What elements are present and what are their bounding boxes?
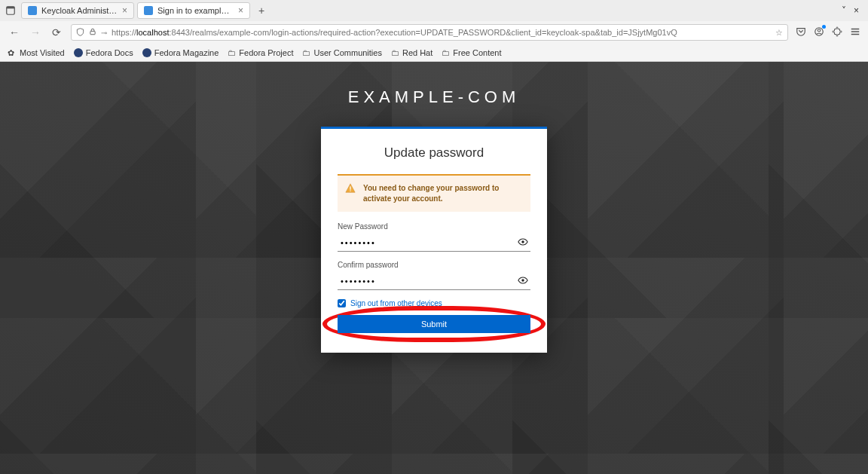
browser-chrome: Keycloak Administration C × Sign in to e…: [0, 0, 868, 62]
forward-button[interactable]: →: [29, 26, 42, 39]
svg-rect-5: [350, 186, 350, 189]
realm-title: EXAMPLE-COM: [0, 62, 868, 127]
tab-signin[interactable]: Sign in to example-com ×: [137, 2, 250, 19]
bookmark-label: User Communities: [313, 48, 381, 57]
window-close-icon[interactable]: ×: [854, 5, 859, 16]
svg-point-8: [521, 279, 524, 282]
connection-icon[interactable]: ⊸: [101, 29, 107, 37]
tab-keycloak-admin[interactable]: Keycloak Administration C ×: [21, 2, 134, 19]
bookmark-fedora-docs[interactable]: Fedora Docs: [74, 48, 133, 57]
bookmark-label: Free Content: [453, 48, 501, 57]
alert-text: You need to change your password to acti…: [363, 184, 499, 203]
chevron-down-icon[interactable]: ˅: [842, 5, 846, 16]
bookmark-fedora-magazine[interactable]: Fedora Magazine: [142, 48, 219, 57]
warning-icon: [345, 183, 356, 194]
lock-icon[interactable]: [89, 28, 96, 37]
tab-title: Sign in to example-com: [157, 6, 234, 15]
bookmark-red-hat[interactable]: 🗀Red Hat: [391, 48, 432, 57]
extensions-icon[interactable]: [832, 26, 842, 39]
eye-icon[interactable]: [517, 236, 529, 248]
confirm-password-input[interactable]: [338, 272, 530, 290]
signout-checkbox[interactable]: [338, 299, 346, 307]
tab-favicon: [144, 6, 153, 15]
url-text: https://localhost:8443/realms/example-co…: [112, 28, 677, 37]
submit-button[interactable]: Submit: [338, 315, 530, 333]
svg-rect-2: [90, 31, 95, 34]
close-icon[interactable]: ×: [122, 5, 127, 16]
login-card: Update password You need to change your …: [321, 127, 547, 353]
close-icon[interactable]: ×: [238, 5, 243, 16]
new-tab-button[interactable]: +: [253, 2, 270, 19]
folder-icon: 🗀: [442, 48, 450, 57]
bookmark-label: Red Hat: [402, 48, 432, 57]
bookmark-fedora-project[interactable]: 🗀Fedora Project: [228, 48, 293, 57]
bookmark-user-communities[interactable]: 🗀User Communities: [302, 48, 381, 57]
fedora-icon: [74, 48, 83, 57]
bookmark-label: Most Visited: [20, 48, 65, 57]
bookmark-label: Fedora Project: [239, 48, 293, 57]
tab-bar: Keycloak Administration C × Sign in to e…: [0, 0, 868, 21]
warning-alert: You need to change your password to acti…: [338, 174, 530, 212]
svg-point-7: [521, 240, 524, 243]
card-title: Update password: [338, 145, 530, 161]
new-password-label: New Password: [338, 222, 530, 231]
reload-button[interactable]: ⟳: [50, 26, 63, 39]
signout-row[interactable]: Sign out from other devices: [338, 299, 530, 307]
confirm-password-label: Confirm password: [338, 261, 530, 269]
bookmark-star-icon[interactable]: ☆: [775, 28, 783, 38]
url-bar[interactable]: ⊸ https://localhost:8443/realms/example-…: [71, 24, 788, 41]
hamburger-menu-icon[interactable]: [850, 26, 860, 39]
bookmark-most-visited[interactable]: ✿Most Visited: [8, 48, 65, 57]
window-menu-icon[interactable]: [3, 3, 18, 18]
account-icon[interactable]: [814, 26, 824, 39]
nav-bar: ← → ⟳ ⊸ https://localhost:8443/realms/ex…: [0, 21, 868, 44]
tab-title: Keycloak Administration C: [41, 6, 118, 15]
folder-icon: 🗀: [228, 48, 236, 57]
eye-icon[interactable]: [517, 274, 529, 286]
bookmark-label: Fedora Docs: [86, 48, 133, 57]
tab-favicon: [28, 6, 37, 15]
signout-label: Sign out from other devices: [350, 299, 442, 307]
svg-rect-1: [7, 7, 15, 9]
folder-icon: 🗀: [391, 48, 399, 57]
pocket-icon[interactable]: [796, 26, 806, 39]
back-button[interactable]: ←: [8, 26, 21, 39]
folder-icon: 🗀: [302, 48, 310, 57]
bookmark-free-content[interactable]: 🗀Free Content: [442, 48, 501, 57]
fedora-icon: [142, 48, 151, 57]
shield-icon[interactable]: [76, 28, 84, 38]
star-icon: ✿: [8, 48, 17, 57]
bookmark-label: Fedora Magazine: [154, 48, 219, 57]
page-viewport: EXAMPLE-COM Update password You need to …: [0, 62, 868, 474]
new-password-input[interactable]: [338, 234, 530, 252]
svg-point-4: [818, 29, 821, 32]
svg-rect-6: [350, 191, 350, 191]
bookmarks-bar: ✿Most Visited Fedora Docs Fedora Magazin…: [0, 44, 868, 62]
